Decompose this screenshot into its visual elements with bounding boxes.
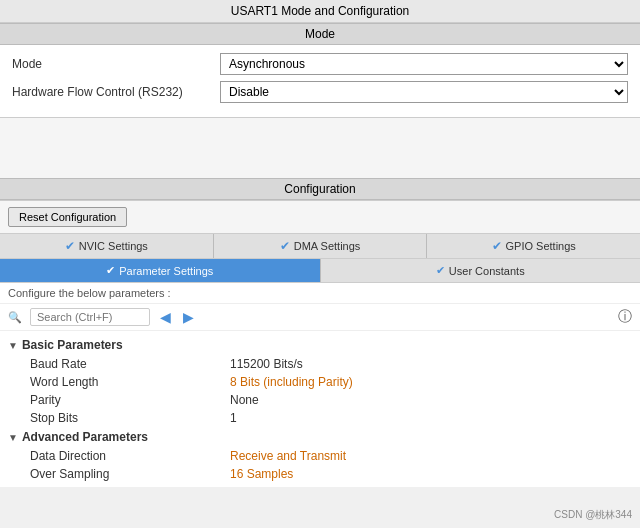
info-icon[interactable]: ⓘ <box>618 308 632 326</box>
mode-row: Mode Asynchronous <box>12 53 628 75</box>
mode-label: Mode <box>12 57 212 71</box>
tabs-row1: ✔ NVIC Settings ✔ DMA Settings ✔ GPIO Se… <box>0 234 640 259</box>
baud-rate-name: Baud Rate <box>30 357 230 371</box>
advanced-group-label: Advanced Parameters <box>22 430 148 444</box>
reset-bar: Reset Configuration <box>0 200 640 234</box>
param-check-icon: ✔ <box>106 264 115 277</box>
word-length-name: Word Length <box>30 375 230 389</box>
gpio-check-icon: ✔ <box>492 239 502 253</box>
hw-flow-row: Hardware Flow Control (RS232) Disable <box>12 81 628 103</box>
config-section-header: Configuration <box>0 178 640 200</box>
data-direction-row: Data Direction Receive and Transmit <box>0 447 640 465</box>
tab-gpio-settings[interactable]: ✔ GPIO Settings <box>427 234 640 258</box>
baud-rate-row: Baud Rate 115200 Bits/s <box>0 355 640 373</box>
basic-parameters-group[interactable]: ▼ Basic Parameters <box>0 335 640 355</box>
tab-nvic-settings[interactable]: ✔ NVIC Settings <box>0 234 214 258</box>
baud-rate-value: 115200 Bits/s <box>230 357 303 371</box>
tab-parameter-label: Parameter Settings <box>119 265 213 277</box>
spacer <box>0 118 640 178</box>
watermark: CSDN @桃林344 <box>554 508 632 522</box>
tab-dma-settings[interactable]: ✔ DMA Settings <box>214 234 428 258</box>
mode-select[interactable]: Asynchronous <box>220 53 628 75</box>
data-direction-value: Receive and Transmit <box>230 449 346 463</box>
tab-parameter-settings[interactable]: ✔ Parameter Settings <box>0 259 321 282</box>
search-input[interactable] <box>30 308 150 326</box>
stop-bits-value: 1 <box>230 411 237 425</box>
params-header: Configure the below parameters : <box>0 283 640 304</box>
data-direction-name: Data Direction <box>30 449 230 463</box>
parity-row: Parity None <box>0 391 640 409</box>
next-nav-button[interactable]: ▶ <box>181 309 196 325</box>
stop-bits-row: Stop Bits 1 <box>0 409 640 427</box>
search-icon: 🔍 <box>8 311 22 324</box>
nvic-check-icon: ✔ <box>65 239 75 253</box>
dma-check-icon: ✔ <box>280 239 290 253</box>
page-title: USART1 Mode and Configuration <box>0 0 640 23</box>
advanced-arrow-icon: ▼ <box>8 432 18 443</box>
over-sampling-row: Over Sampling 16 Samples <box>0 465 640 483</box>
basic-group-label: Basic Parameters <box>22 338 123 352</box>
tabs-row2: ✔ Parameter Settings ✔ User Constants <box>0 259 640 283</box>
word-length-row: Word Length 8 Bits (including Parity) <box>0 373 640 391</box>
reset-configuration-button[interactable]: Reset Configuration <box>8 207 127 227</box>
advanced-parameters-group[interactable]: ▼ Advanced Parameters <box>0 427 640 447</box>
stop-bits-name: Stop Bits <box>30 411 230 425</box>
hw-flow-select[interactable]: Disable <box>220 81 628 103</box>
tab-user-label: User Constants <box>449 265 525 277</box>
tab-gpio-label: GPIO Settings <box>506 240 576 252</box>
basic-arrow-icon: ▼ <box>8 340 18 351</box>
params-content: ▼ Basic Parameters Baud Rate 115200 Bits… <box>0 331 640 487</box>
search-bar: 🔍 ◀ ▶ ⓘ <box>0 304 640 331</box>
parity-name: Parity <box>30 393 230 407</box>
mode-section: Mode Asynchronous Hardware Flow Control … <box>0 45 640 118</box>
tab-dma-label: DMA Settings <box>294 240 361 252</box>
mode-section-header: Mode <box>0 23 640 45</box>
over-sampling-value: 16 Samples <box>230 467 293 481</box>
tab-nvic-label: NVIC Settings <box>79 240 148 252</box>
parity-value: None <box>230 393 259 407</box>
tab-user-constants[interactable]: ✔ User Constants <box>321 259 641 282</box>
user-check-icon: ✔ <box>436 264 445 277</box>
hw-flow-label: Hardware Flow Control (RS232) <box>12 85 212 99</box>
word-length-value: 8 Bits (including Parity) <box>230 375 353 389</box>
over-sampling-name: Over Sampling <box>30 467 230 481</box>
prev-nav-button[interactable]: ◀ <box>158 309 173 325</box>
